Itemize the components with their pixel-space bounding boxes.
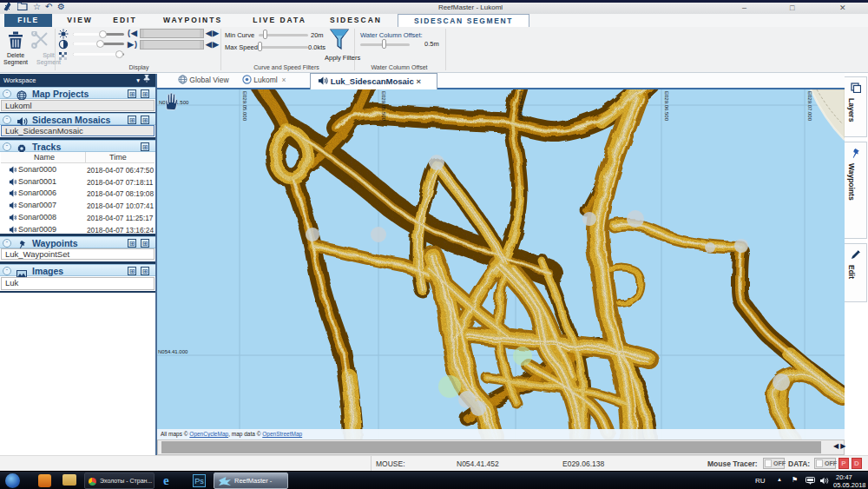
svg-text:E029.06.000: E029.06.000 [518,91,523,122]
svg-text:E029.05.000: E029.05.000 [242,91,247,122]
svg-text:E029.05.500: E029.05.500 [381,91,386,122]
svg-text:N054.41.000: N054.41.000 [158,349,188,354]
svg-text:E029.07.000: E029.07.000 [807,91,812,122]
svg-text:E029.06.500: E029.06.500 [664,91,669,122]
